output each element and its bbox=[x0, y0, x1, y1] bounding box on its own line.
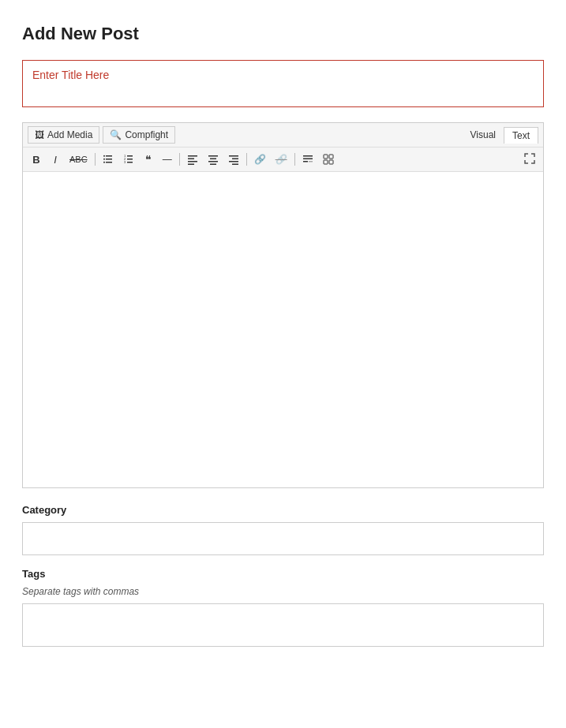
svg-rect-30 bbox=[324, 160, 328, 164]
italic-button[interactable]: I bbox=[47, 151, 64, 168]
svg-rect-1 bbox=[106, 159, 112, 160]
svg-rect-6 bbox=[127, 155, 133, 157]
svg-rect-15 bbox=[188, 164, 194, 166]
svg-rect-25 bbox=[303, 159, 313, 160]
svg-text:3: 3 bbox=[124, 160, 126, 164]
svg-rect-21 bbox=[232, 159, 238, 160]
category-input[interactable] bbox=[22, 522, 544, 555]
svg-rect-8 bbox=[127, 162, 133, 163]
topbar-right: Visual Text bbox=[463, 127, 538, 144]
compfight-label: Compfight bbox=[125, 129, 168, 140]
add-media-label: Add Media bbox=[47, 129, 92, 140]
svg-rect-24 bbox=[303, 155, 313, 157]
toolbar-separator-3 bbox=[246, 153, 247, 166]
svg-rect-20 bbox=[229, 155, 238, 157]
svg-rect-2 bbox=[106, 162, 112, 163]
media-icon: 🖼 bbox=[35, 129, 44, 140]
visual-tab[interactable]: Visual bbox=[463, 127, 504, 144]
remove-link-button[interactable]: 🔗 bbox=[272, 151, 291, 168]
category-section: Category bbox=[22, 504, 544, 555]
editor-topbar: 🖼 Add Media 🔍 Compfight Visual Text bbox=[23, 123, 543, 147]
strikethrough-button[interactable]: ABC bbox=[66, 151, 92, 168]
tags-label: Tags bbox=[22, 568, 544, 580]
svg-rect-14 bbox=[188, 161, 197, 162]
tags-subtitle: Separate tags with commas bbox=[22, 586, 544, 597]
bold-button[interactable]: B bbox=[28, 151, 45, 168]
editor-body[interactable] bbox=[23, 172, 543, 487]
tags-section: Tags Separate tags with commas bbox=[22, 568, 544, 647]
compfight-icon: 🔍 bbox=[110, 129, 122, 140]
editor-container: 🖼 Add Media 🔍 Compfight Visual Text B I … bbox=[22, 122, 544, 488]
svg-rect-0 bbox=[106, 155, 112, 157]
svg-rect-17 bbox=[210, 159, 216, 160]
svg-rect-7 bbox=[127, 159, 133, 160]
text-tab[interactable]: Text bbox=[504, 127, 538, 144]
category-label: Category bbox=[22, 504, 544, 516]
align-center-button[interactable] bbox=[204, 151, 223, 168]
svg-rect-27 bbox=[309, 161, 313, 162]
insert-link-button[interactable]: 🔗 bbox=[250, 151, 270, 168]
svg-rect-29 bbox=[329, 155, 333, 159]
unordered-list-button[interactable] bbox=[99, 151, 118, 168]
add-media-button[interactable]: 🖼 Add Media bbox=[28, 126, 99, 144]
svg-point-4 bbox=[103, 159, 105, 160]
toolbar-separator-1 bbox=[95, 153, 96, 166]
svg-point-5 bbox=[103, 162, 105, 163]
page-title: Add New Post bbox=[22, 24, 544, 44]
toggle-toolbar-button[interactable] bbox=[319, 151, 338, 168]
toolbar-separator-2 bbox=[179, 153, 180, 166]
toolbar-separator-4 bbox=[294, 153, 295, 166]
svg-rect-26 bbox=[303, 161, 308, 162]
expand-button[interactable] bbox=[521, 151, 538, 168]
svg-rect-28 bbox=[324, 155, 328, 159]
svg-rect-16 bbox=[208, 155, 218, 157]
svg-rect-18 bbox=[208, 161, 218, 162]
more-button[interactable] bbox=[298, 151, 317, 168]
tags-input[interactable] bbox=[22, 603, 544, 647]
svg-rect-13 bbox=[188, 159, 194, 160]
align-left-button[interactable] bbox=[183, 151, 202, 168]
svg-rect-22 bbox=[229, 161, 238, 162]
svg-rect-19 bbox=[210, 164, 216, 166]
svg-rect-31 bbox=[329, 160, 333, 164]
svg-rect-23 bbox=[232, 164, 238, 166]
compfight-button[interactable]: 🔍 Compfight bbox=[103, 126, 175, 144]
align-right-button[interactable] bbox=[224, 151, 243, 168]
toolbar-left: B I ABC 1 2 bbox=[28, 151, 338, 168]
topbar-left: 🖼 Add Media 🔍 Compfight bbox=[28, 126, 175, 144]
blockquote-button[interactable]: ❝ bbox=[140, 151, 157, 168]
horizontal-rule-button[interactable]: — bbox=[159, 151, 176, 168]
post-title-input[interactable] bbox=[22, 60, 544, 107]
svg-point-3 bbox=[103, 155, 105, 157]
ordered-list-button[interactable]: 1 2 3 bbox=[119, 151, 138, 168]
editor-toolbar: B I ABC 1 2 bbox=[23, 147, 543, 172]
svg-rect-12 bbox=[188, 155, 197, 157]
